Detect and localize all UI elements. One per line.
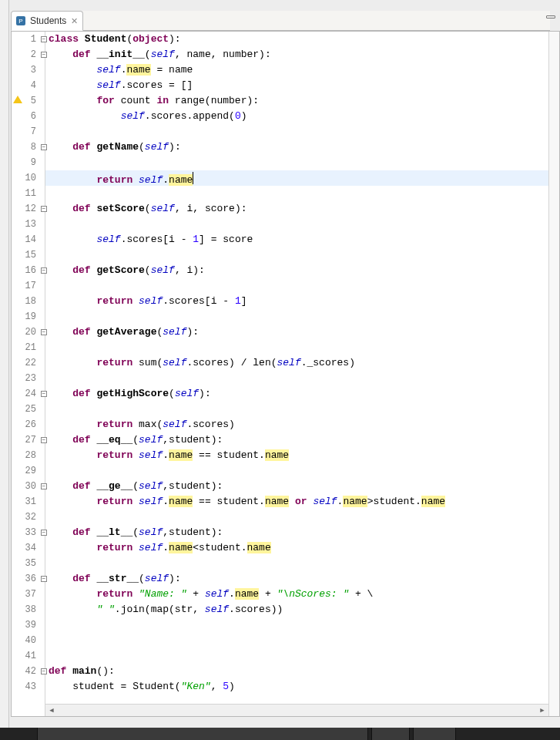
code-text[interactable]: " ".join(map(str, self.scores)) bbox=[49, 602, 559, 617]
code-text[interactable]: return self.name == student.name bbox=[49, 448, 559, 463]
code-line[interactable]: 30− def __ge__(self,student): bbox=[12, 479, 559, 494]
line-number[interactable]: 39 bbox=[12, 617, 39, 633]
code-line[interactable]: 15− bbox=[12, 247, 559, 263]
code-text[interactable] bbox=[49, 247, 559, 263]
code-line[interactable]: 36− def __str__(self): bbox=[12, 571, 559, 587]
code-text[interactable]: return self.name bbox=[49, 170, 559, 186]
code-text[interactable]: def getHighScore(self): bbox=[49, 386, 559, 402]
code-text[interactable] bbox=[49, 648, 559, 664]
horizontal-scrollbar[interactable]: ◀ ▶ bbox=[45, 704, 548, 716]
code-line[interactable]: 19− bbox=[12, 309, 559, 325]
code-text[interactable]: for count in range(number): bbox=[49, 93, 559, 109]
code-line[interactable]: 29− bbox=[12, 463, 559, 479]
code-text[interactable]: def getScore(self, i): bbox=[49, 263, 559, 278]
line-number[interactable]: 8 bbox=[12, 140, 39, 155]
code-text[interactable]: class Student(object): bbox=[49, 32, 559, 47]
code-line[interactable]: 9− bbox=[12, 155, 559, 170]
code-line[interactable]: 18− return self.scores[i - 1] bbox=[12, 294, 559, 309]
editor-tab-students[interactable]: P Students ✕ bbox=[11, 11, 83, 31]
code-line[interactable]: 8− def getName(self): bbox=[12, 140, 559, 155]
code-line[interactable]: 27− def __eq__(self,student): bbox=[12, 432, 559, 448]
code-text[interactable]: self.scores = [] bbox=[49, 78, 559, 93]
line-number[interactable]: 17 bbox=[12, 278, 39, 294]
line-number[interactable]: 27 bbox=[12, 432, 39, 448]
line-number[interactable]: 41 bbox=[12, 648, 39, 664]
fold-toggle-icon[interactable]: − bbox=[41, 267, 47, 274]
line-number[interactable]: 28 bbox=[12, 448, 39, 463]
code-line[interactable]: 38− " ".join(map(str, self.scores)) bbox=[12, 602, 559, 617]
code-text[interactable]: return sum(self.scores) / len(self._scor… bbox=[49, 355, 559, 371]
code-text[interactable] bbox=[49, 402, 559, 417]
line-number[interactable]: 35 bbox=[12, 556, 39, 571]
line-number[interactable]: 10 bbox=[12, 170, 39, 186]
code-text[interactable]: return self.name == student.name or self… bbox=[49, 494, 559, 510]
line-number[interactable]: 40 bbox=[12, 633, 39, 648]
line-number[interactable]: 6 bbox=[12, 109, 39, 124]
scroll-left-icon[interactable]: ◀ bbox=[45, 705, 58, 716]
code-text[interactable]: def getAverage(self): bbox=[49, 325, 559, 340]
code-line[interactable]: 12− def setScore(self, i, score): bbox=[12, 201, 559, 217]
line-number[interactable]: 12 bbox=[12, 201, 39, 217]
code-text[interactable]: def __lt__(self,student): bbox=[49, 525, 559, 540]
fold-toggle-icon[interactable]: − bbox=[41, 530, 47, 536]
line-number[interactable]: 13 bbox=[12, 217, 39, 232]
code-text[interactable]: def main(): bbox=[49, 664, 559, 679]
code-line[interactable]: 26− return max(self.scores) bbox=[12, 417, 559, 432]
fold-toggle-icon[interactable]: − bbox=[41, 329, 47, 335]
code-line[interactable]: 43− student = Student("Ken", 5) bbox=[12, 679, 559, 695]
line-number[interactable]: 15 bbox=[12, 247, 39, 263]
line-number[interactable]: 24 bbox=[12, 386, 39, 402]
code-line[interactable]: 37− return "Name: " + self.name + "\nSco… bbox=[12, 587, 559, 602]
line-number[interactable]: 26 bbox=[12, 417, 39, 432]
code-line[interactable]: 3− self.name = name bbox=[12, 62, 559, 78]
code-line[interactable]: 25− bbox=[12, 402, 559, 417]
fold-toggle-icon[interactable]: − bbox=[41, 52, 47, 58]
code-line[interactable]: 4− self.scores = [] bbox=[12, 78, 559, 93]
code-line[interactable]: 21− bbox=[12, 340, 559, 355]
line-number[interactable]: 11 bbox=[12, 186, 39, 201]
code-line[interactable]: 34− return self.name<student.name bbox=[12, 540, 559, 556]
code-text[interactable]: return max(self.scores) bbox=[49, 417, 559, 432]
fold-toggle-icon[interactable]: − bbox=[41, 391, 47, 397]
line-number[interactable]: 18 bbox=[12, 294, 39, 309]
fold-toggle-icon[interactable]: − bbox=[41, 483, 47, 489]
code-line[interactable]: 16− def getScore(self, i): bbox=[12, 263, 559, 278]
code-line[interactable]: 41− bbox=[12, 648, 559, 664]
code-text[interactable]: self.scores[i - 1] = score bbox=[49, 232, 559, 247]
code-text[interactable] bbox=[49, 124, 559, 140]
line-number[interactable]: 1 bbox=[12, 32, 39, 47]
line-number[interactable]: 19 bbox=[12, 309, 39, 325]
code-line[interactable]: 39− bbox=[12, 617, 559, 633]
code-text[interactable]: def __ge__(self,student): bbox=[49, 479, 559, 494]
line-number[interactable]: 36 bbox=[12, 571, 39, 587]
line-number[interactable]: 29 bbox=[12, 463, 39, 479]
code-text[interactable] bbox=[49, 155, 559, 170]
fold-toggle-icon[interactable]: − bbox=[41, 437, 47, 443]
code-text[interactable]: self.name = name bbox=[49, 62, 559, 78]
line-number[interactable]: 34 bbox=[12, 540, 39, 556]
line-number[interactable]: 31 bbox=[12, 494, 39, 510]
code-text[interactable] bbox=[49, 217, 559, 232]
code-text[interactable] bbox=[49, 309, 559, 325]
code-text[interactable]: def getName(self): bbox=[49, 140, 559, 155]
line-number[interactable]: 42 bbox=[12, 664, 39, 679]
fold-toggle-icon[interactable]: − bbox=[41, 144, 47, 150]
code-line[interactable]: 6− self.scores.append(0) bbox=[12, 109, 559, 124]
restore-icon[interactable] bbox=[546, 15, 555, 18]
code-line[interactable]: 33− def __lt__(self,student): bbox=[12, 525, 559, 540]
code-line[interactable]: 40− bbox=[12, 633, 559, 648]
line-number[interactable]: 38 bbox=[12, 602, 39, 617]
code-line[interactable]: 28− return self.name == student.name bbox=[12, 448, 559, 463]
code-text[interactable]: return self.scores[i - 1] bbox=[49, 294, 559, 309]
fold-toggle-icon[interactable]: − bbox=[41, 206, 47, 212]
line-number[interactable]: 37 bbox=[12, 587, 39, 602]
code-line[interactable]: 32− bbox=[12, 510, 559, 525]
line-number[interactable]: 23 bbox=[12, 371, 39, 386]
fold-toggle-icon[interactable]: − bbox=[41, 668, 47, 674]
line-number[interactable]: 33 bbox=[12, 525, 39, 540]
code-text[interactable] bbox=[49, 340, 559, 355]
line-number[interactable]: 7 bbox=[12, 124, 39, 140]
code-line[interactable]: 2− def __init__(self, name, number): bbox=[12, 47, 559, 62]
line-number[interactable]: 20 bbox=[12, 325, 39, 340]
line-number[interactable]: 4 bbox=[12, 78, 39, 93]
